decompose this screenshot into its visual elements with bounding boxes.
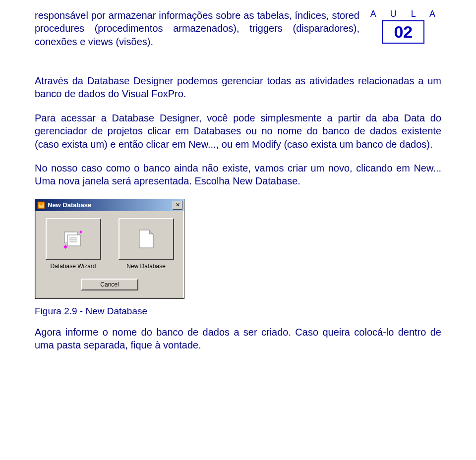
paragraph-5: Agora informe o nome do banco de dados a…: [35, 326, 441, 352]
database-wizard-button[interactable]: [46, 218, 101, 260]
wizard-icon: [62, 229, 84, 249]
cancel-button[interactable]: Cancel: [81, 279, 138, 290]
dialog-body: Database Wizard New Database Cancel: [35, 211, 184, 298]
lesson-number: 02: [394, 22, 413, 41]
option-label-new: New Database: [119, 263, 174, 270]
new-file-icon: [136, 228, 156, 250]
figure-caption: Figura 2.9 - New Database: [35, 306, 441, 317]
option-new-database: New Database: [119, 218, 174, 270]
new-database-dialog: New Database ✕: [35, 199, 184, 299]
option-database-wizard: Database Wizard: [46, 218, 101, 270]
fox-icon: [37, 201, 45, 209]
paragraph-4: No nosso caso como o banco ainda não exi…: [35, 162, 441, 188]
close-button[interactable]: ✕: [173, 201, 182, 210]
lesson-label: A U L A: [365, 9, 441, 19]
new-database-button[interactable]: [119, 218, 174, 260]
svg-rect-2: [67, 235, 80, 246]
lesson-number-box: 02: [382, 20, 424, 44]
lesson-badge: A U L A 02: [365, 9, 441, 44]
paragraph-3: Para acessar a Database Designer, você p…: [35, 112, 441, 151]
dialog-title-bar: New Database ✕: [35, 199, 184, 211]
cancel-label: Cancel: [100, 281, 119, 288]
option-label-wizard: Database Wizard: [46, 263, 101, 270]
paragraph-2: Através da Database Designer podemos ger…: [35, 74, 441, 101]
close-icon: ✕: [176, 202, 180, 208]
dialog-title: New Database: [48, 201, 173, 209]
